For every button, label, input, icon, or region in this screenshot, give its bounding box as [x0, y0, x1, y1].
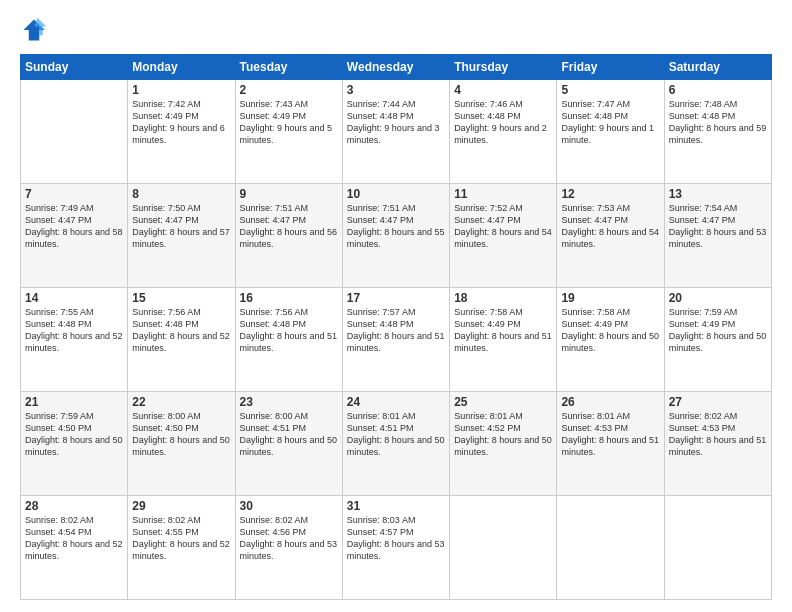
- day-info: Sunrise: 7:51 AM Sunset: 4:47 PM Dayligh…: [347, 202, 445, 251]
- calendar-cell: 13Sunrise: 7:54 AM Sunset: 4:47 PM Dayli…: [664, 184, 771, 288]
- day-info: Sunrise: 8:02 AM Sunset: 4:54 PM Dayligh…: [25, 514, 123, 563]
- calendar-cell: 14Sunrise: 7:55 AM Sunset: 4:48 PM Dayli…: [21, 288, 128, 392]
- day-number: 11: [454, 187, 552, 201]
- day-number: 21: [25, 395, 123, 409]
- day-number: 1: [132, 83, 230, 97]
- day-info: Sunrise: 7:55 AM Sunset: 4:48 PM Dayligh…: [25, 306, 123, 355]
- calendar-week-row: 21Sunrise: 7:59 AM Sunset: 4:50 PM Dayli…: [21, 392, 772, 496]
- day-number: 12: [561, 187, 659, 201]
- calendar-cell: 3Sunrise: 7:44 AM Sunset: 4:48 PM Daylig…: [342, 80, 449, 184]
- day-number: 3: [347, 83, 445, 97]
- calendar-cell: 2Sunrise: 7:43 AM Sunset: 4:49 PM Daylig…: [235, 80, 342, 184]
- calendar-cell: 17Sunrise: 7:57 AM Sunset: 4:48 PM Dayli…: [342, 288, 449, 392]
- day-info: Sunrise: 8:02 AM Sunset: 4:55 PM Dayligh…: [132, 514, 230, 563]
- day-info: Sunrise: 7:54 AM Sunset: 4:47 PM Dayligh…: [669, 202, 767, 251]
- day-header-wednesday: Wednesday: [342, 55, 449, 80]
- logo: [20, 16, 52, 44]
- day-number: 25: [454, 395, 552, 409]
- day-info: Sunrise: 8:01 AM Sunset: 4:53 PM Dayligh…: [561, 410, 659, 459]
- day-info: Sunrise: 8:02 AM Sunset: 4:56 PM Dayligh…: [240, 514, 338, 563]
- day-info: Sunrise: 7:59 AM Sunset: 4:49 PM Dayligh…: [669, 306, 767, 355]
- page: SundayMondayTuesdayWednesdayThursdayFrid…: [0, 0, 792, 612]
- calendar-cell: 18Sunrise: 7:58 AM Sunset: 4:49 PM Dayli…: [450, 288, 557, 392]
- header: [20, 16, 772, 44]
- day-number: 31: [347, 499, 445, 513]
- calendar-cell: [664, 496, 771, 600]
- day-number: 2: [240, 83, 338, 97]
- calendar-cell: 16Sunrise: 7:56 AM Sunset: 4:48 PM Dayli…: [235, 288, 342, 392]
- calendar-cell: 24Sunrise: 8:01 AM Sunset: 4:51 PM Dayli…: [342, 392, 449, 496]
- day-number: 20: [669, 291, 767, 305]
- calendar-cell: 29Sunrise: 8:02 AM Sunset: 4:55 PM Dayli…: [128, 496, 235, 600]
- calendar-cell: 11Sunrise: 7:52 AM Sunset: 4:47 PM Dayli…: [450, 184, 557, 288]
- calendar-cell: 23Sunrise: 8:00 AM Sunset: 4:51 PM Dayli…: [235, 392, 342, 496]
- day-info: Sunrise: 8:01 AM Sunset: 4:51 PM Dayligh…: [347, 410, 445, 459]
- day-info: Sunrise: 7:56 AM Sunset: 4:48 PM Dayligh…: [240, 306, 338, 355]
- calendar-cell: 1Sunrise: 7:42 AM Sunset: 4:49 PM Daylig…: [128, 80, 235, 184]
- day-info: Sunrise: 8:00 AM Sunset: 4:51 PM Dayligh…: [240, 410, 338, 459]
- day-header-thursday: Thursday: [450, 55, 557, 80]
- day-number: 22: [132, 395, 230, 409]
- day-number: 8: [132, 187, 230, 201]
- calendar-cell: 28Sunrise: 8:02 AM Sunset: 4:54 PM Dayli…: [21, 496, 128, 600]
- day-info: Sunrise: 7:44 AM Sunset: 4:48 PM Dayligh…: [347, 98, 445, 147]
- day-number: 7: [25, 187, 123, 201]
- day-number: 6: [669, 83, 767, 97]
- calendar-cell: 12Sunrise: 7:53 AM Sunset: 4:47 PM Dayli…: [557, 184, 664, 288]
- calendar-cell: 20Sunrise: 7:59 AM Sunset: 4:49 PM Dayli…: [664, 288, 771, 392]
- day-header-sunday: Sunday: [21, 55, 128, 80]
- day-number: 15: [132, 291, 230, 305]
- calendar-cell: 21Sunrise: 7:59 AM Sunset: 4:50 PM Dayli…: [21, 392, 128, 496]
- day-number: 30: [240, 499, 338, 513]
- calendar-week-row: 1Sunrise: 7:42 AM Sunset: 4:49 PM Daylig…: [21, 80, 772, 184]
- day-info: Sunrise: 7:58 AM Sunset: 4:49 PM Dayligh…: [561, 306, 659, 355]
- calendar-cell: 8Sunrise: 7:50 AM Sunset: 4:47 PM Daylig…: [128, 184, 235, 288]
- calendar-cell: 22Sunrise: 8:00 AM Sunset: 4:50 PM Dayli…: [128, 392, 235, 496]
- day-number: 23: [240, 395, 338, 409]
- day-number: 18: [454, 291, 552, 305]
- day-number: 13: [669, 187, 767, 201]
- day-number: 4: [454, 83, 552, 97]
- day-info: Sunrise: 8:03 AM Sunset: 4:57 PM Dayligh…: [347, 514, 445, 563]
- day-number: 29: [132, 499, 230, 513]
- day-info: Sunrise: 8:01 AM Sunset: 4:52 PM Dayligh…: [454, 410, 552, 459]
- calendar-week-row: 28Sunrise: 8:02 AM Sunset: 4:54 PM Dayli…: [21, 496, 772, 600]
- day-info: Sunrise: 7:59 AM Sunset: 4:50 PM Dayligh…: [25, 410, 123, 459]
- calendar-cell: 7Sunrise: 7:49 AM Sunset: 4:47 PM Daylig…: [21, 184, 128, 288]
- calendar-cell: 25Sunrise: 8:01 AM Sunset: 4:52 PM Dayli…: [450, 392, 557, 496]
- day-info: Sunrise: 7:56 AM Sunset: 4:48 PM Dayligh…: [132, 306, 230, 355]
- calendar-cell: [21, 80, 128, 184]
- calendar-week-row: 14Sunrise: 7:55 AM Sunset: 4:48 PM Dayli…: [21, 288, 772, 392]
- day-number: 9: [240, 187, 338, 201]
- calendar-cell: 15Sunrise: 7:56 AM Sunset: 4:48 PM Dayli…: [128, 288, 235, 392]
- day-number: 10: [347, 187, 445, 201]
- day-header-saturday: Saturday: [664, 55, 771, 80]
- day-number: 16: [240, 291, 338, 305]
- day-info: Sunrise: 7:46 AM Sunset: 4:48 PM Dayligh…: [454, 98, 552, 147]
- day-info: Sunrise: 7:47 AM Sunset: 4:48 PM Dayligh…: [561, 98, 659, 147]
- calendar-cell: 10Sunrise: 7:51 AM Sunset: 4:47 PM Dayli…: [342, 184, 449, 288]
- day-number: 19: [561, 291, 659, 305]
- day-info: Sunrise: 7:50 AM Sunset: 4:47 PM Dayligh…: [132, 202, 230, 251]
- calendar-cell: 31Sunrise: 8:03 AM Sunset: 4:57 PM Dayli…: [342, 496, 449, 600]
- calendar-cell: 9Sunrise: 7:51 AM Sunset: 4:47 PM Daylig…: [235, 184, 342, 288]
- calendar-cell: 26Sunrise: 8:01 AM Sunset: 4:53 PM Dayli…: [557, 392, 664, 496]
- calendar-cell: [557, 496, 664, 600]
- day-number: 27: [669, 395, 767, 409]
- calendar-cell: 30Sunrise: 8:02 AM Sunset: 4:56 PM Dayli…: [235, 496, 342, 600]
- day-number: 26: [561, 395, 659, 409]
- day-number: 17: [347, 291, 445, 305]
- calendar-cell: [450, 496, 557, 600]
- day-info: Sunrise: 7:52 AM Sunset: 4:47 PM Dayligh…: [454, 202, 552, 251]
- day-number: 14: [25, 291, 123, 305]
- calendar-header-row: SundayMondayTuesdayWednesdayThursdayFrid…: [21, 55, 772, 80]
- calendar-cell: 4Sunrise: 7:46 AM Sunset: 4:48 PM Daylig…: [450, 80, 557, 184]
- day-info: Sunrise: 7:53 AM Sunset: 4:47 PM Dayligh…: [561, 202, 659, 251]
- day-info: Sunrise: 7:49 AM Sunset: 4:47 PM Dayligh…: [25, 202, 123, 251]
- day-info: Sunrise: 7:48 AM Sunset: 4:48 PM Dayligh…: [669, 98, 767, 147]
- day-info: Sunrise: 8:00 AM Sunset: 4:50 PM Dayligh…: [132, 410, 230, 459]
- day-number: 24: [347, 395, 445, 409]
- logo-icon: [20, 16, 48, 44]
- day-header-monday: Monday: [128, 55, 235, 80]
- day-number: 5: [561, 83, 659, 97]
